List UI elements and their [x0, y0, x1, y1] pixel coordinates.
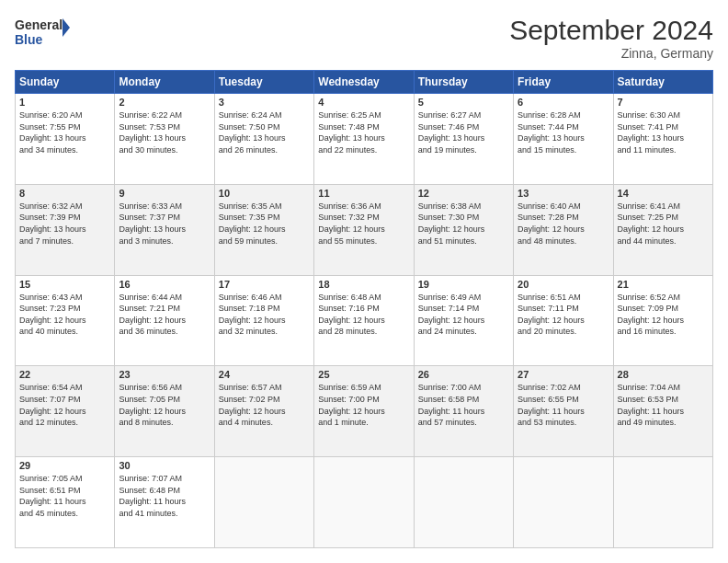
day-number: 6 [518, 97, 609, 108]
table-row: 21Sunrise: 6:52 AM Sunset: 7:09 PM Dayli… [613, 275, 712, 366]
day-number: 28 [618, 369, 709, 380]
table-row [414, 457, 513, 548]
day-info: Sunrise: 6:27 AM Sunset: 7:46 PM Dayligh… [418, 109, 509, 155]
day-info: Sunrise: 6:30 AM Sunset: 7:41 PM Dayligh… [618, 109, 709, 155]
day-info: Sunrise: 6:48 AM Sunset: 7:16 PM Dayligh… [318, 292, 409, 338]
table-row: 12Sunrise: 6:38 AM Sunset: 7:30 PM Dayli… [414, 184, 513, 275]
table-row: 25Sunrise: 6:59 AM Sunset: 7:00 PM Dayli… [314, 366, 414, 457]
day-info: Sunrise: 6:46 AM Sunset: 7:18 PM Dayligh… [219, 292, 310, 338]
location: Zinna, Germany [509, 46, 713, 61]
svg-text:General: General [15, 17, 63, 32]
day-number: 7 [618, 97, 709, 108]
table-row: 17Sunrise: 6:46 AM Sunset: 7:18 PM Dayli… [214, 275, 313, 366]
day-number: 8 [19, 188, 110, 199]
day-number: 4 [318, 97, 409, 108]
day-info: Sunrise: 6:54 AM Sunset: 7:07 PM Dayligh… [19, 382, 110, 428]
svg-marker-2 [63, 18, 70, 37]
day-info: Sunrise: 6:43 AM Sunset: 7:23 PM Dayligh… [19, 292, 110, 338]
calendar-week-row: 22Sunrise: 6:54 AM Sunset: 7:07 PM Dayli… [16, 366, 713, 457]
table-row: 14Sunrise: 6:41 AM Sunset: 7:25 PM Dayli… [613, 184, 712, 275]
header-friday: Friday [514, 71, 613, 94]
day-number: 14 [618, 188, 709, 199]
svg-text:Blue: Blue [15, 32, 43, 47]
table-row: 1Sunrise: 6:20 AM Sunset: 7:55 PM Daylig… [16, 94, 115, 185]
day-number: 16 [119, 279, 210, 290]
header-tuesday: Tuesday [214, 71, 313, 94]
day-info: Sunrise: 6:33 AM Sunset: 7:37 PM Dayligh… [119, 201, 210, 247]
table-row: 10Sunrise: 6:35 AM Sunset: 7:35 PM Dayli… [214, 184, 313, 275]
day-number: 22 [19, 369, 110, 380]
month-title: September 2024 [509, 15, 713, 46]
header-monday: Monday [115, 71, 214, 94]
day-number: 15 [19, 279, 110, 290]
day-info: Sunrise: 6:25 AM Sunset: 7:48 PM Dayligh… [318, 109, 409, 155]
table-row: 24Sunrise: 6:57 AM Sunset: 7:02 PM Dayli… [214, 366, 313, 457]
table-row: 16Sunrise: 6:44 AM Sunset: 7:21 PM Dayli… [115, 275, 214, 366]
table-row: 2Sunrise: 6:22 AM Sunset: 7:53 PM Daylig… [115, 94, 214, 185]
calendar-week-row: 29Sunrise: 7:05 AM Sunset: 6:51 PM Dayli… [16, 457, 713, 548]
day-number: 18 [318, 279, 409, 290]
day-number: 21 [618, 279, 709, 290]
day-number: 12 [418, 188, 509, 199]
day-info: Sunrise: 6:24 AM Sunset: 7:50 PM Dayligh… [219, 109, 310, 155]
day-number: 1 [19, 97, 110, 108]
title-block: September 2024 Zinna, Germany [509, 15, 713, 61]
day-number: 25 [318, 369, 409, 380]
day-number: 24 [219, 369, 310, 380]
header-saturday: Saturday [613, 71, 712, 94]
table-row: 11Sunrise: 6:36 AM Sunset: 7:32 PM Dayli… [314, 184, 414, 275]
day-info: Sunrise: 6:52 AM Sunset: 7:09 PM Dayligh… [618, 292, 709, 338]
table-row: 9Sunrise: 6:33 AM Sunset: 7:37 PM Daylig… [115, 184, 214, 275]
day-number: 5 [418, 97, 509, 108]
header-sunday: Sunday [16, 71, 115, 94]
day-number: 19 [418, 279, 509, 290]
calendar-week-row: 8Sunrise: 6:32 AM Sunset: 7:39 PM Daylig… [16, 184, 713, 275]
day-info: Sunrise: 6:49 AM Sunset: 7:14 PM Dayligh… [418, 292, 509, 338]
day-info: Sunrise: 7:05 AM Sunset: 6:51 PM Dayligh… [19, 473, 110, 519]
table-row [613, 457, 712, 548]
table-row: 23Sunrise: 6:56 AM Sunset: 7:05 PM Dayli… [115, 366, 214, 457]
day-info: Sunrise: 6:56 AM Sunset: 7:05 PM Dayligh… [119, 382, 210, 428]
table-row [314, 457, 414, 548]
table-row: 13Sunrise: 6:40 AM Sunset: 7:28 PM Dayli… [514, 184, 613, 275]
day-number: 17 [219, 279, 310, 290]
table-row [514, 457, 613, 548]
day-number: 10 [219, 188, 310, 199]
day-info: Sunrise: 6:32 AM Sunset: 7:39 PM Dayligh… [19, 201, 110, 247]
calendar-table: Sunday Monday Tuesday Wednesday Thursday… [15, 70, 713, 548]
day-number: 23 [119, 369, 210, 380]
table-row: 20Sunrise: 6:51 AM Sunset: 7:11 PM Dayli… [514, 275, 613, 366]
day-number: 13 [518, 188, 609, 199]
day-info: Sunrise: 7:00 AM Sunset: 6:58 PM Dayligh… [418, 382, 509, 428]
table-row: 19Sunrise: 6:49 AM Sunset: 7:14 PM Dayli… [414, 275, 513, 366]
day-info: Sunrise: 6:38 AM Sunset: 7:30 PM Dayligh… [418, 201, 509, 247]
table-row: 5Sunrise: 6:27 AM Sunset: 7:46 PM Daylig… [414, 94, 513, 185]
day-info: Sunrise: 6:35 AM Sunset: 7:35 PM Dayligh… [219, 201, 310, 247]
table-row: 8Sunrise: 6:32 AM Sunset: 7:39 PM Daylig… [16, 184, 115, 275]
day-number: 26 [418, 369, 509, 380]
day-number: 9 [119, 188, 210, 199]
day-info: Sunrise: 6:36 AM Sunset: 7:32 PM Dayligh… [318, 201, 409, 247]
day-info: Sunrise: 6:59 AM Sunset: 7:00 PM Dayligh… [318, 382, 409, 428]
calendar-week-row: 1Sunrise: 6:20 AM Sunset: 7:55 PM Daylig… [16, 94, 713, 185]
table-row: 7Sunrise: 6:30 AM Sunset: 7:41 PM Daylig… [613, 94, 712, 185]
table-row [214, 457, 313, 548]
table-row: 22Sunrise: 6:54 AM Sunset: 7:07 PM Dayli… [16, 366, 115, 457]
day-number: 3 [219, 97, 310, 108]
calendar-week-row: 15Sunrise: 6:43 AM Sunset: 7:23 PM Dayli… [16, 275, 713, 366]
logo-svg: General Blue [15, 15, 70, 48]
page-header: General Blue September 2024 Zinna, Germa… [15, 15, 713, 61]
table-row: 15Sunrise: 6:43 AM Sunset: 7:23 PM Dayli… [16, 275, 115, 366]
day-info: Sunrise: 6:57 AM Sunset: 7:02 PM Dayligh… [219, 382, 310, 428]
table-row: 3Sunrise: 6:24 AM Sunset: 7:50 PM Daylig… [214, 94, 313, 185]
header-wednesday: Wednesday [314, 71, 414, 94]
day-info: Sunrise: 7:04 AM Sunset: 6:53 PM Dayligh… [618, 382, 709, 428]
day-info: Sunrise: 6:28 AM Sunset: 7:44 PM Dayligh… [518, 109, 609, 155]
header-thursday: Thursday [414, 71, 513, 94]
day-info: Sunrise: 7:07 AM Sunset: 6:48 PM Dayligh… [119, 473, 210, 519]
table-row: 30Sunrise: 7:07 AM Sunset: 6:48 PM Dayli… [115, 457, 214, 548]
calendar-header-row: Sunday Monday Tuesday Wednesday Thursday… [16, 71, 713, 94]
day-info: Sunrise: 6:20 AM Sunset: 7:55 PM Dayligh… [19, 109, 110, 155]
day-info: Sunrise: 7:02 AM Sunset: 6:55 PM Dayligh… [518, 382, 609, 428]
table-row: 27Sunrise: 7:02 AM Sunset: 6:55 PM Dayli… [514, 366, 613, 457]
